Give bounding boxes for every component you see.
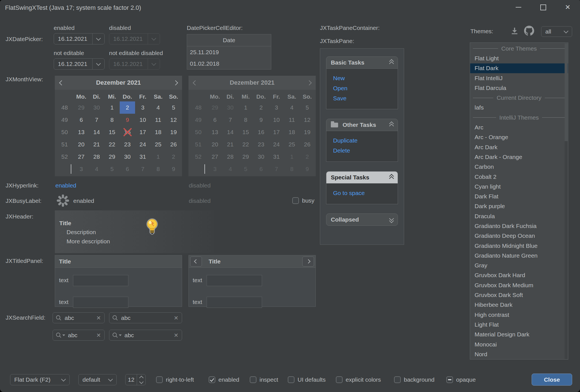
theme-item[interactable]: Gray xyxy=(470,261,568,270)
calendar-day[interactable]: 17 xyxy=(135,126,150,138)
calendar-day[interactable]: 29 xyxy=(104,151,120,163)
theme-item[interactable]: Flat IntelliJ xyxy=(470,73,568,83)
maximize-button[interactable] xyxy=(531,0,555,15)
calendar-day[interactable]: 30 xyxy=(120,151,135,163)
theme-item[interactable]: Gradianto Dark Fuchsia xyxy=(470,221,568,231)
datepicker-dropdown-button[interactable] xyxy=(93,63,104,65)
datepicker-value[interactable]: 16.12.2021 xyxy=(54,61,92,67)
text-input[interactable] xyxy=(73,275,128,286)
theme-item[interactable]: Nord xyxy=(470,349,568,359)
calendar-day[interactable]: 4 xyxy=(89,163,104,175)
text-input[interactable] xyxy=(73,297,128,308)
laf-combo[interactable]: Flat Dark (F2) xyxy=(10,374,70,385)
searchfield-3[interactable]: abc ✕ xyxy=(53,330,105,341)
table-row[interactable]: 01.02.2018 xyxy=(187,58,271,69)
calendar-day[interactable]: 25 xyxy=(150,138,166,151)
spinner-arrows[interactable] xyxy=(137,374,145,385)
background-checkbox[interactable] xyxy=(394,376,401,383)
clear-icon[interactable]: ✕ xyxy=(174,332,178,339)
calendar-day[interactable]: 27 xyxy=(74,151,89,163)
calendar-day[interactable]: 8 xyxy=(104,114,120,126)
calendar-day[interactable]: 5 xyxy=(104,163,120,175)
theme-item[interactable]: Flat Light xyxy=(470,53,568,63)
theme-item[interactable]: Flat Dark xyxy=(470,63,568,73)
calendar-day[interactable]: 22 xyxy=(104,138,120,151)
explicit-colors-checkbox[interactable] xyxy=(336,376,343,383)
datepicker-value[interactable]: 16.12.2021 xyxy=(54,35,92,42)
calendar-day[interactable]: 24 xyxy=(135,138,150,151)
monthview-enabled[interactable]: Dezember 2021Mo.Di.Mi.Do.Fr.Sa.So.482930… xyxy=(55,76,182,176)
calendar-day[interactable]: 3 xyxy=(74,163,89,175)
theme-item[interactable]: lafs xyxy=(470,103,568,113)
opaque-checkbox[interactable] xyxy=(446,376,453,383)
calendar-day[interactable]: 2 xyxy=(166,151,181,163)
datepicker-enabled[interactable]: 16.12.2021 xyxy=(54,33,105,44)
calendar-day[interactable]: 16 xyxy=(120,126,135,138)
theme-item[interactable]: Dracula xyxy=(470,211,568,221)
clear-icon[interactable]: ✕ xyxy=(96,315,101,321)
search-value[interactable]: abc xyxy=(118,315,174,321)
calendar-day[interactable]: 7 xyxy=(89,114,104,126)
theme-item[interactable]: Gruvbox Dark Medium xyxy=(470,280,568,290)
theme-item[interactable]: Carbon xyxy=(470,162,568,172)
calendar-day[interactable]: 6 xyxy=(120,163,135,175)
font-combo[interactable]: default xyxy=(78,374,117,385)
close-window-button[interactable]: ✕ xyxy=(555,0,580,15)
theme-item[interactable]: Dark purple xyxy=(470,201,568,211)
taskpane-link-go-to-space[interactable]: Go to space xyxy=(333,188,398,198)
theme-item[interactable]: Arc Dark xyxy=(470,142,568,152)
theme-item[interactable]: Gradianto Midnight Blue xyxy=(470,241,568,251)
table-row[interactable]: 25.11.2019 xyxy=(187,46,271,58)
searchfield-1[interactable]: abc ✕ xyxy=(53,312,105,323)
calendar-day[interactable]: 26 xyxy=(166,138,181,151)
search-value[interactable]: abc xyxy=(65,332,96,339)
calendar-day[interactable]: 13 xyxy=(74,126,89,138)
calendar-day[interactable]: 9 xyxy=(120,114,135,126)
text-input[interactable] xyxy=(207,275,262,286)
prev-button[interactable] xyxy=(190,256,202,267)
taskpane-link-open[interactable]: Open xyxy=(333,83,398,93)
theme-item[interactable]: Gruvbox Dark Hard xyxy=(470,270,568,280)
calendar-day[interactable]: 10 xyxy=(135,114,150,126)
theme-item[interactable]: Monocai xyxy=(470,339,568,349)
taskpane-header[interactable]: Other Tasks xyxy=(326,119,398,131)
calendar-day[interactable]: 8 xyxy=(150,163,166,175)
taskpane-link-save[interactable]: Save xyxy=(333,93,398,103)
taskpane-link-duplicate[interactable]: Duplicate xyxy=(333,136,398,146)
github-button[interactable] xyxy=(524,26,534,37)
theme-item[interactable]: Gradianto Nature Green xyxy=(470,251,568,260)
inspect-checkbox[interactable] xyxy=(250,376,256,383)
theme-item[interactable]: Arc Dark - Orange xyxy=(470,152,568,162)
search-value[interactable]: abc xyxy=(62,315,96,321)
theme-item[interactable]: Gradianto Deep Ocean xyxy=(470,231,568,241)
theme-item[interactable]: Hiberbee Dark xyxy=(470,300,568,310)
theme-item[interactable]: Cobalt 2 xyxy=(470,172,568,182)
datepicker-not-editable[interactable]: 16.12.2021 xyxy=(54,58,105,70)
calendar-day[interactable]: 23 xyxy=(120,138,135,151)
clear-icon[interactable]: ✕ xyxy=(174,315,178,321)
calendar-day[interactable]: 6 xyxy=(74,114,89,126)
themes-list[interactable]: Core ThemesFlat LightFlat DarkFlat Intel… xyxy=(470,42,568,360)
theme-item[interactable]: Arc xyxy=(470,122,568,132)
calendar-day[interactable]: 3 xyxy=(135,101,150,114)
prev-month-button[interactable] xyxy=(55,81,68,85)
calendar-day[interactable]: 4 xyxy=(150,101,166,114)
close-button[interactable]: Close xyxy=(532,374,572,386)
theme-item[interactable]: High contrast xyxy=(470,310,568,320)
calendar-day[interactable]: 15 xyxy=(104,126,120,138)
calendar-day[interactable]: 5 xyxy=(166,101,181,114)
calendar-day[interactable]: 1 xyxy=(150,151,166,163)
calendar-day[interactable]: 20 xyxy=(74,138,89,151)
collapse-icon[interactable] xyxy=(390,122,393,128)
theme-item[interactable]: Light Flat xyxy=(470,320,568,329)
calendar-day[interactable]: 1 xyxy=(104,101,120,114)
enabled-checkbox[interactable] xyxy=(209,376,215,383)
date-column-header[interactable]: Date xyxy=(187,34,271,46)
font-size-spinner[interactable]: 12 xyxy=(125,374,146,385)
calendar-day[interactable]: 18 xyxy=(150,126,166,138)
calendar-day[interactable]: 30 xyxy=(89,101,104,114)
collapse-icon[interactable] xyxy=(390,60,393,65)
calendar-day[interactable]: 11 xyxy=(150,114,166,126)
taskpane-link-delete[interactable]: Delete xyxy=(333,146,398,156)
taskpane-header[interactable]: Collapsed xyxy=(326,213,398,226)
